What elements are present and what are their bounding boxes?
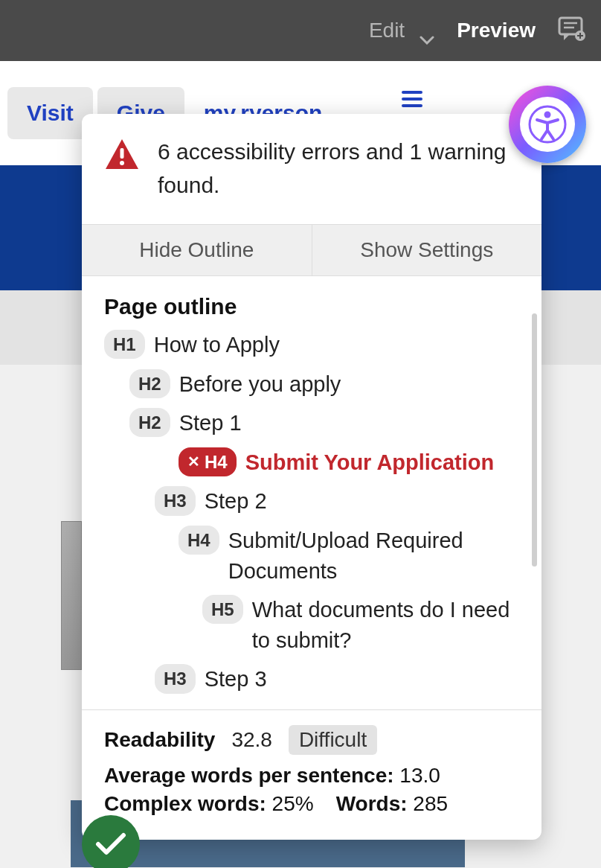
heading-level-badge: H2	[129, 369, 170, 398]
content-image-1	[61, 521, 82, 670]
success-check-fab[interactable]	[82, 815, 140, 868]
outline-item[interactable]: H5 What documents do I need to submit?	[202, 595, 519, 655]
heading-level-badge: H2	[129, 408, 170, 437]
panel-body: Page outline H1 How to Apply H2 Before y…	[82, 276, 541, 709]
accessibility-icon	[520, 97, 575, 152]
heading-level-badge: H4	[179, 526, 219, 555]
outline-item[interactable]: H3 Step 3	[155, 664, 519, 695]
outline-item-error[interactable]: H4 Submit Your Application	[179, 447, 519, 478]
heading-level-badge-error: H4	[179, 447, 237, 476]
heading-text: Submit/Upload Required Documents	[228, 526, 519, 586]
warning-triangle-icon	[104, 138, 140, 170]
outline-item[interactable]: H3 Step 2	[155, 486, 519, 517]
heading-text: Step 3	[205, 664, 267, 695]
svg-point-9	[120, 161, 124, 165]
svg-point-7	[544, 112, 551, 118]
outline-section-title: Page outline	[104, 294, 519, 319]
heading-level-badge: H5	[202, 595, 243, 624]
nav-visit-button[interactable]: Visit	[7, 87, 93, 139]
heading-text: Step 1	[179, 408, 242, 438]
heading-level-badge: H1	[104, 330, 145, 359]
readability-grade-badge: Difficult	[289, 725, 377, 755]
alert-message: 6 accessibility errors and 1 warning fou…	[158, 135, 519, 202]
outline-item[interactable]: H2 Step 1	[129, 408, 519, 438]
heading-level-badge: H3	[155, 664, 196, 693]
editor-toolbar: Edit Preview	[0, 0, 601, 61]
heading-text: How to Apply	[154, 330, 280, 360]
heading-outline-list[interactable]: H1 How to Apply H2 Before you apply H2 S…	[104, 330, 519, 703]
readability-label: Readability	[104, 728, 215, 752]
edit-label: Edit	[369, 19, 405, 42]
checkmark-icon	[95, 832, 126, 856]
outline-item[interactable]: H4 Submit/Upload Required Documents	[179, 526, 519, 586]
outline-item[interactable]: H2 Before you apply	[129, 369, 519, 400]
edit-mode-dropdown[interactable]: Edit	[369, 19, 434, 42]
chevron-down-icon	[420, 26, 434, 35]
readability-footer: Readability 32.8 Difficult Average words…	[82, 709, 541, 840]
accessibility-panel: 6 accessibility errors and 1 warning fou…	[82, 114, 541, 840]
preview-button[interactable]: Preview	[457, 19, 536, 42]
readability-score: 32.8	[231, 728, 272, 752]
svg-rect-8	[120, 148, 124, 159]
panel-tabs: Hide Outline Show Settings	[82, 224, 541, 276]
heading-text: What documents do I need to submit?	[252, 595, 519, 655]
hide-outline-tab[interactable]: Hide Outline	[82, 225, 312, 275]
accessibility-checker-fab[interactable]	[509, 86, 586, 163]
complex-words-stat: Complex words: 25%	[104, 792, 314, 816]
avg-words-stat: Average words per sentence: 13.0	[104, 764, 519, 788]
comment-add-icon[interactable]	[558, 16, 586, 45]
outline-scrollbar[interactable]	[532, 313, 537, 567]
show-settings-tab[interactable]: Show Settings	[312, 225, 542, 275]
heading-text: Before you apply	[179, 369, 341, 400]
heading-text-error: Submit Your Application	[245, 447, 495, 478]
outline-item[interactable]: H1 How to Apply	[104, 330, 519, 360]
hamburger-menu-icon[interactable]	[402, 91, 422, 107]
heading-text: Step 2	[205, 486, 267, 517]
panel-alert-header: 6 accessibility errors and 1 warning fou…	[82, 114, 541, 224]
heading-level-badge: H3	[155, 486, 196, 515]
total-words-stat: Words: 285	[336, 792, 448, 816]
